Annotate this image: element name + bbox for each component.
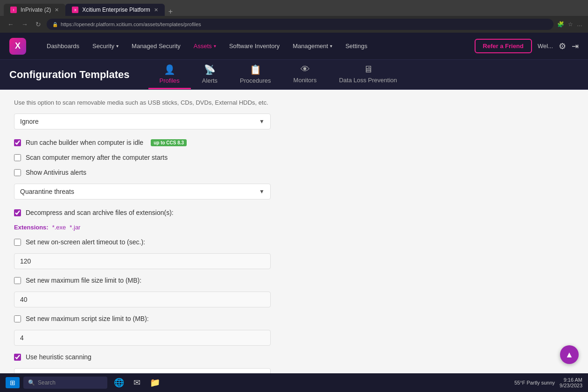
taskbar-mail[interactable]: ✉ [131, 377, 143, 389]
search-icon: 🔍 [28, 379, 35, 386]
max-file-size-label: Set new maximum file size limit to (MB): [26, 277, 141, 284]
tab-label-xcitium: Xcitium Enterprise Platform [82, 7, 150, 13]
start-button[interactable]: ⊞ [6, 377, 20, 388]
welcome-text: Wel... [538, 43, 553, 50]
tab-favicon-incognito: I [10, 7, 17, 13]
weather-text: 55°F Partly sunny [514, 380, 555, 385]
lock-icon: 🔒 [52, 22, 58, 27]
nav-items: Dashboards Security ▾ Managed Security A… [41, 40, 460, 52]
taskbar: ⊞ 🔍 Search 🌐 ✉ 📁 55°F Partly sunny 9:16 … [0, 373, 588, 392]
tab-profiles[interactable]: 👤 Profiles [148, 60, 191, 89]
max-script-size-input[interactable] [14, 330, 271, 346]
nav-dashboards[interactable]: Dashboards [41, 40, 85, 52]
extension-exe[interactable]: *.exe [52, 224, 66, 231]
tab-profiles-label: Profiles [160, 77, 180, 84]
max-file-size-checkbox[interactable] [14, 277, 21, 284]
tab-monitors[interactable]: 👁 Monitors [282, 60, 328, 89]
date-display: 9/23/2023 [560, 383, 582, 388]
favorites-icon[interactable]: ☆ [568, 21, 573, 28]
taskbar-right: 55°F Partly sunny 9:16 AM 9/23/2023 [514, 377, 582, 388]
tab-procedures[interactable]: 📋 Procedures [229, 60, 282, 89]
extensions-icon[interactable]: 🧩 [557, 21, 564, 28]
alert-timeout-label: Set new on-screen alert timeout to (sec.… [26, 238, 145, 246]
refer-friend-button[interactable]: Refer a Friend [475, 39, 532, 53]
refresh-button[interactable]: ↻ [34, 20, 43, 29]
alerts-icon: 📡 [204, 64, 216, 75]
hint-text: Use this option to scan removable media … [14, 99, 574, 106]
url-text: https://openedr.platform.xcitium.com/ass… [61, 21, 201, 27]
profiles-icon: 👤 [164, 64, 175, 75]
taskbar-edge[interactable]: 🌐 [111, 377, 127, 389]
monitors-icon: 👁 [301, 64, 310, 75]
brand-logo[interactable]: X [9, 38, 26, 55]
decompress-checkbox[interactable] [14, 209, 21, 216]
tab-close-xcitium[interactable]: ✕ [154, 7, 158, 13]
browser-chrome: I InPrivate (2) ✕ X Xcitium Enterprise P… [0, 0, 588, 33]
scroll-to-top-button[interactable]: ▲ [560, 345, 579, 364]
scan-memory-checkbox[interactable] [14, 154, 21, 161]
back-button[interactable]: ← [6, 20, 16, 29]
nav-assets-label: Assets [194, 43, 212, 50]
nav-software-inventory[interactable]: Software Inventory [224, 40, 285, 52]
url-bar[interactable]: 🔒 https://openedr.platform.xcitium.com/a… [47, 19, 553, 30]
run-cache-badge: up to CCS 8.3 [151, 139, 187, 146]
show-alerts-checkbox-item: Show Antivirus alerts [14, 169, 574, 176]
decompress-checkbox-item: Decompress and scan archive files of ext… [14, 209, 574, 216]
nav-assets[interactable]: Assets ▾ [188, 40, 222, 52]
heuristic-label: Use heuristic scanning [26, 353, 91, 361]
nav-settings[interactable]: Settings [340, 40, 373, 52]
quarantine-dropdown[interactable]: Quarantine threats ▼ [14, 184, 271, 200]
extension-jar[interactable]: *.jar [70, 224, 80, 231]
tab-xcitium[interactable]: X Xcitium Enterprise Platform ✕ [65, 4, 164, 16]
taskbar-search[interactable]: 🔍 Search [23, 377, 107, 389]
nav-management[interactable]: Management ▾ [287, 40, 338, 52]
run-cache-label: Run cache builder when computer is idle [26, 139, 143, 146]
max-file-size-field-row [14, 292, 574, 307]
extensions-label[interactable]: Extensions: [14, 224, 49, 231]
show-alerts-checkbox[interactable] [14, 169, 21, 176]
heuristic-checkbox[interactable] [14, 354, 21, 361]
secondary-nav: Configuration Templates 👤 Profiles 📡 Ale… [0, 60, 588, 90]
tab-bar: I InPrivate (2) ✕ X Xcitium Enterprise P… [0, 0, 588, 16]
tab-close-incognito[interactable]: ✕ [55, 7, 59, 13]
nav-management-label: Management [293, 43, 328, 50]
show-alerts-label: Show Antivirus alerts [26, 169, 86, 176]
nav-right: Refer a Friend Wel... ⚙ ⇥ [475, 39, 579, 53]
gear-icon[interactable]: ⚙ [559, 41, 566, 51]
nav-security-label: Security [92, 43, 114, 50]
taskbar-time: 9:16 AM 9/23/2023 [560, 377, 582, 388]
alert-timeout-field-row [14, 253, 574, 269]
app: X Dashboards Security ▾ Managed Security… [0, 33, 588, 392]
run-cache-checkbox-item: Run cache builder when computer is idle … [14, 139, 574, 146]
ignore-dropdown-chevron: ▼ [259, 118, 265, 125]
alert-timeout-checkbox-item: Set new on-screen alert timeout to (sec.… [14, 238, 574, 246]
extensions-row: Extensions: *.exe *.jar [14, 224, 574, 231]
quarantine-dropdown-row: Quarantine threats ▼ [14, 184, 574, 200]
scan-memory-label: Scan computer memory after the computer … [26, 154, 168, 161]
ignore-dropdown[interactable]: Ignore ▼ [14, 114, 271, 129]
alert-timeout-input[interactable] [14, 253, 271, 269]
tab-label-incognito: InPrivate (2) [21, 7, 51, 13]
alert-timeout-checkbox[interactable] [14, 239, 21, 246]
ignore-dropdown-value: Ignore [20, 118, 39, 125]
max-script-size-checkbox[interactable] [14, 315, 21, 322]
logout-icon[interactable]: ⇥ [572, 41, 579, 51]
max-file-size-checkbox-item: Set new maximum file size limit to (MB): [14, 277, 574, 284]
nav-security[interactable]: Security ▾ [87, 40, 124, 52]
top-nav: X Dashboards Security ▾ Managed Security… [0, 33, 588, 60]
run-cache-checkbox[interactable] [14, 139, 21, 146]
time-display: 9:16 AM [560, 377, 582, 383]
tab-incognito[interactable]: I InPrivate (2) ✕ [4, 4, 65, 16]
forward-button[interactable]: → [20, 20, 30, 29]
settings-icon[interactable]: … [577, 21, 582, 28]
max-script-size-field-row [14, 330, 574, 346]
main-content: Use this option to scan removable media … [0, 90, 588, 392]
max-file-size-input[interactable] [14, 292, 271, 307]
tab-favicon-xcitium: X [72, 7, 78, 13]
taskbar-files[interactable]: 📁 [147, 377, 163, 389]
nav-security-chevron: ▾ [116, 43, 119, 49]
tab-alerts[interactable]: 📡 Alerts [191, 60, 229, 89]
nav-managed-security[interactable]: Managed Security [126, 40, 186, 52]
new-tab-button[interactable]: + [165, 7, 176, 16]
tab-data-loss[interactable]: 🖥 Data Loss Prevention [328, 60, 408, 89]
